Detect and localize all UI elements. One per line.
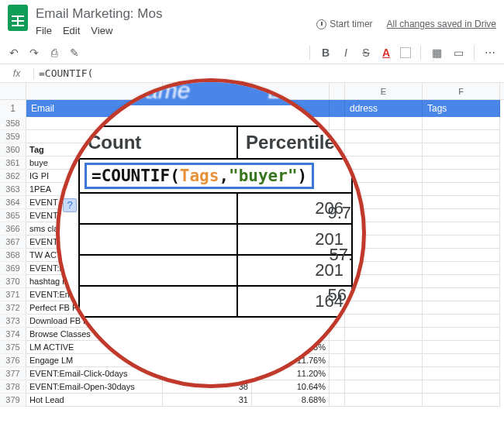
cell-percentile[interactable]: 10.64% (252, 380, 330, 394)
save-status[interactable]: All changes saved in Drive (387, 19, 496, 29)
cell[interactable] (345, 354, 423, 367)
document-title[interactable]: Email Marketing: Mos (36, 6, 162, 22)
row-number[interactable]: 366 (0, 222, 26, 236)
cell[interactable] (345, 341, 423, 354)
row-number[interactable]: 374 (0, 328, 26, 341)
row-number[interactable]: 369 (0, 262, 26, 275)
spreadsheet-grid[interactable]: E F 1 Email ddress Tags 358359360Tag361b… (0, 83, 504, 407)
header-cell-tags[interactable]: Tags (423, 100, 500, 117)
row-number[interactable]: 377 (0, 367, 26, 380)
cell[interactable] (330, 354, 345, 367)
cell[interactable] (423, 328, 500, 341)
cell[interactable] (423, 341, 500, 354)
paint-format-button[interactable]: ✎ (68, 46, 81, 59)
start-timer-button[interactable]: Start timer (316, 19, 372, 29)
cell[interactable] (330, 341, 345, 354)
menu-edit[interactable]: Edit (63, 25, 80, 36)
cell[interactable] (423, 249, 500, 262)
borders-button[interactable]: ▦ (430, 46, 443, 59)
cell-tag[interactable]: Hot Lead (26, 394, 163, 407)
cell[interactable] (345, 315, 423, 328)
row-number[interactable]: 367 (0, 236, 26, 249)
cell-percentile[interactable]: 8.68% (252, 394, 330, 407)
row-number[interactable]: 372 (0, 301, 26, 315)
cell[interactable] (423, 143, 500, 156)
row-number[interactable]: 358 (0, 117, 26, 130)
cell[interactable] (345, 130, 423, 143)
cell[interactable] (345, 117, 423, 130)
cell[interactable] (345, 328, 423, 341)
row-number[interactable]: 368 (0, 249, 26, 262)
cell[interactable] (423, 236, 500, 249)
menu-file[interactable]: File (36, 25, 52, 36)
cell[interactable] (423, 156, 500, 170)
separator-icon (420, 46, 421, 60)
row-number[interactable]: 364 (0, 196, 26, 209)
row-number[interactable]: 375 (0, 341, 26, 354)
row-number[interactable]: 379 (0, 394, 26, 407)
print-button[interactable]: ⎙ (48, 46, 60, 59)
cell[interactable] (423, 170, 500, 183)
menu-view[interactable]: View (91, 25, 112, 36)
cell[interactable] (423, 262, 500, 275)
cell[interactable] (423, 394, 500, 407)
formula-input[interactable]: =COUNTIF( (34, 67, 93, 79)
cell[interactable] (345, 394, 423, 407)
cell[interactable] (423, 275, 500, 288)
row-number[interactable]: 363 (0, 183, 26, 196)
cell[interactable] (345, 156, 423, 170)
cell[interactable] (330, 394, 345, 407)
row-number[interactable]: 361 (0, 156, 26, 170)
cell[interactable] (345, 301, 423, 315)
separator-icon (309, 46, 310, 60)
italic-button[interactable]: I (340, 46, 352, 59)
header-cell-address[interactable]: ddress (345, 100, 423, 117)
cell[interactable] (423, 209, 500, 222)
column-header-f[interactable]: F (423, 83, 500, 99)
table-row[interactable]: 379Hot Lead318.68% (0, 394, 504, 407)
cell[interactable] (423, 288, 500, 301)
text-color-button[interactable]: A (380, 46, 392, 59)
cell[interactable] (423, 315, 500, 328)
cell[interactable] (330, 367, 345, 380)
cell[interactable] (423, 354, 500, 367)
strikethrough-button[interactable]: S (360, 46, 372, 59)
column-header-e[interactable]: E (345, 83, 423, 99)
bold-button[interactable]: B (319, 46, 332, 59)
cell[interactable] (345, 380, 423, 394)
cell[interactable] (423, 117, 500, 130)
cell[interactable] (345, 143, 423, 156)
cell-count[interactable]: 31 (163, 394, 252, 407)
cell[interactable] (423, 367, 500, 380)
undo-button[interactable]: ↶ (8, 46, 20, 59)
row-number[interactable]: 376 (0, 354, 26, 367)
more-button[interactable]: ⋯ (484, 46, 496, 59)
cell[interactable] (423, 380, 500, 394)
cell[interactable] (330, 117, 345, 130)
row-number[interactable]: 360 (0, 143, 26, 156)
row-number[interactable]: 362 (0, 170, 26, 183)
redo-button[interactable]: ↷ (28, 46, 40, 59)
fill-color-button[interactable] (400, 47, 411, 58)
cell[interactable] (423, 196, 500, 209)
cell[interactable] (345, 367, 423, 380)
mag-formula-cell[interactable]: =COUNTIF(Tags,"buyer") (85, 163, 314, 189)
row-number[interactable]: 365 (0, 209, 26, 222)
cell[interactable] (345, 288, 423, 301)
row-number[interactable]: 373 (0, 315, 26, 328)
row-number[interactable]: 359 (0, 130, 26, 143)
row-number[interactable]: 1 (0, 100, 26, 117)
row-number[interactable]: 371 (0, 288, 26, 301)
formula-hint-icon[interactable]: ? (63, 198, 77, 212)
cell[interactable] (330, 380, 345, 394)
cell[interactable] (423, 183, 500, 196)
merge-button[interactable]: ▭ (452, 46, 464, 59)
row-number[interactable]: 378 (0, 380, 26, 394)
row-number[interactable]: 370 (0, 275, 26, 288)
cell[interactable] (423, 301, 500, 315)
cell[interactable] (423, 222, 500, 236)
mag-percent-partial-1: 9.7 (327, 203, 351, 223)
cell-tag[interactable]: EVENT:Email-Open-30days (26, 380, 163, 394)
column-header-d[interactable] (330, 83, 345, 99)
cell[interactable] (423, 130, 500, 143)
